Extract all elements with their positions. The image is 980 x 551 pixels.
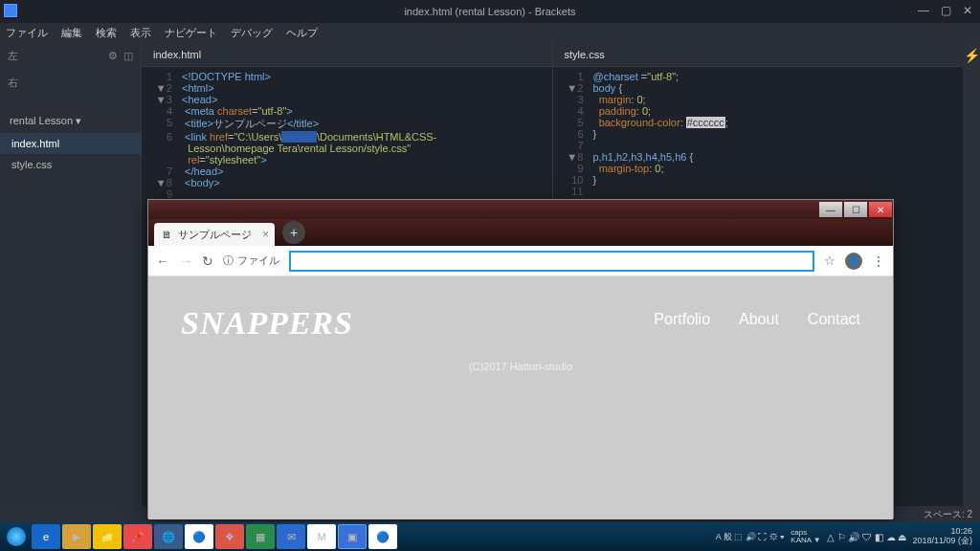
taskbar-app[interactable]: 🔵	[185, 524, 213, 549]
start-button[interactable]	[2, 524, 31, 549]
ime-status[interactable]: A 般 ⬚ 🔊 ⛶ ⚙ ⌨	[716, 531, 786, 543]
titlebar-text: index.html (rental Lesson) - Brackets	[404, 6, 575, 17]
back-icon[interactable]: ←	[156, 253, 169, 269]
gear-icon[interactable]: ⚙	[108, 50, 118, 62]
nav-link[interactable]: About	[739, 311, 779, 328]
taskbar: e ▶ 📁 📌 🌐 🔵 ❖ ▦ ✉ M ▣ 🔵 A 般 ⬚ 🔊 ⛶ ⚙ ⌨ ca…	[0, 522, 980, 551]
site-nav: PortfolioAboutContact	[654, 311, 860, 328]
menu-item[interactable]: ファイル	[6, 26, 48, 40]
bookmark-icon[interactable]: ☆	[824, 253, 835, 268]
new-tab-button[interactable]: +	[282, 221, 305, 244]
window-controls: — ▢ ✕	[910, 0, 980, 21]
clock[interactable]: 10:26 2018/11/09 (金)	[912, 527, 972, 546]
browser-viewport: SNAPPERS PortfolioAboutContact (C)2017 H…	[148, 276, 893, 519]
right-strip: ⚡	[963, 42, 980, 506]
taskbar-app[interactable]: ❖	[215, 524, 244, 549]
tray-icons[interactable]: △ ⚐ 🔊 🛡 ◧ ☁ ⏏	[827, 532, 907, 542]
browser-minimize-icon[interactable]: —	[819, 202, 842, 217]
split-icon[interactable]: ◫	[123, 50, 133, 62]
browser-close-icon[interactable]: ✕	[869, 202, 892, 217]
menu-item[interactable]: 検索	[96, 26, 117, 40]
kebab-menu-icon[interactable]: ⋮	[872, 253, 885, 269]
browser-tab[interactable]: 🗎 サンプルページ ×	[154, 223, 275, 246]
system-tray: A 般 ⬚ 🔊 ⛶ ⚙ ⌨ caps KANA ▼ △ ⚐ 🔊 🛡 ◧ ☁ ⏏ …	[716, 527, 978, 546]
menu-item[interactable]: ヘルプ	[286, 26, 318, 40]
taskbar-app[interactable]: 📁	[93, 524, 122, 549]
forward-icon[interactable]: →	[179, 253, 192, 269]
origin-chip: ⓘファイル	[223, 253, 279, 268]
maximize-icon[interactable]: ▢	[941, 4, 951, 17]
nav-link[interactable]: Contact	[808, 311, 860, 328]
menubar: ファイル編集検索表示ナビゲートデバッグヘルプ	[0, 23, 980, 42]
taskbar-app[interactable]: ▣	[338, 524, 367, 549]
titlebar: index.html (rental Lesson) - Brackets — …	[0, 0, 980, 23]
taskbar-app[interactable]: M	[307, 524, 336, 549]
browser-titlebar[interactable]: — ☐ ✕	[148, 200, 893, 219]
caps-status[interactable]: caps KANA ▼	[791, 529, 820, 544]
menu-item[interactable]: デバッグ	[231, 26, 273, 40]
copyright-text: (C)2017 Hattori-studio	[181, 361, 860, 372]
sidebar-right-row: 右	[0, 69, 141, 96]
sidebar: 左 ⚙ ◫ 右 rental Lesson ▾ index.htmlstyle.…	[0, 42, 142, 506]
browser-tabstrip: 🗎 サンプルページ × +	[148, 219, 893, 246]
taskbar-app[interactable]: 🔵	[368, 524, 397, 549]
taskbar-app[interactable]: ▦	[246, 524, 275, 549]
file-icon: 🗎	[162, 229, 172, 240]
taskbar-app[interactable]: 🌐	[154, 524, 183, 549]
menu-item[interactable]: 編集	[61, 26, 82, 40]
reload-icon[interactable]: ↻	[202, 253, 213, 269]
profile-icon[interactable]: 👤	[845, 253, 862, 270]
editor-left-tab[interactable]: index.html	[142, 42, 552, 67]
sidebar-tabs: 左 ⚙ ◫	[0, 42, 141, 69]
menu-item[interactable]: 表示	[130, 26, 151, 40]
browser-maximize-icon[interactable]: ☐	[844, 202, 867, 217]
sidebar-right-tab[interactable]: 右	[8, 76, 18, 90]
close-icon[interactable]: ✕	[963, 4, 972, 17]
live-preview-icon[interactable]: ⚡	[963, 42, 980, 63]
sidebar-file[interactable]: style.css	[0, 154, 141, 175]
project-dropdown[interactable]: rental Lesson ▾	[0, 109, 141, 133]
sidebar-left-tab[interactable]: 左	[8, 49, 18, 63]
sidebar-file[interactable]: index.html	[0, 133, 141, 154]
site-logo: SNAPPERS	[181, 305, 353, 342]
tab-close-icon[interactable]: ×	[262, 228, 269, 241]
app-icon	[4, 4, 17, 17]
browser-tab-title: サンプルページ	[178, 228, 252, 242]
minimize-icon[interactable]: —	[918, 4, 929, 17]
taskbar-app[interactable]: e	[32, 524, 60, 549]
browser-window: — ☐ ✕ 🗎 サンプルページ × + ← → ↻ ⓘファイル ☆ 👤 ⋮ SN…	[147, 199, 894, 518]
nav-link[interactable]: Portfolio	[654, 311, 710, 328]
menu-item[interactable]: ナビゲート	[165, 26, 217, 40]
taskbar-app[interactable]: 📌	[123, 524, 152, 549]
editor-right-tab[interactable]: style.css	[553, 42, 964, 67]
taskbar-app[interactable]: ▶	[62, 524, 91, 549]
taskbar-app[interactable]: ✉	[277, 524, 305, 549]
browser-toolbar: ← → ↻ ⓘファイル ☆ 👤 ⋮	[148, 246, 893, 276]
status-spaces[interactable]: スペース: 2	[924, 508, 972, 521]
url-input[interactable]	[289, 251, 814, 272]
